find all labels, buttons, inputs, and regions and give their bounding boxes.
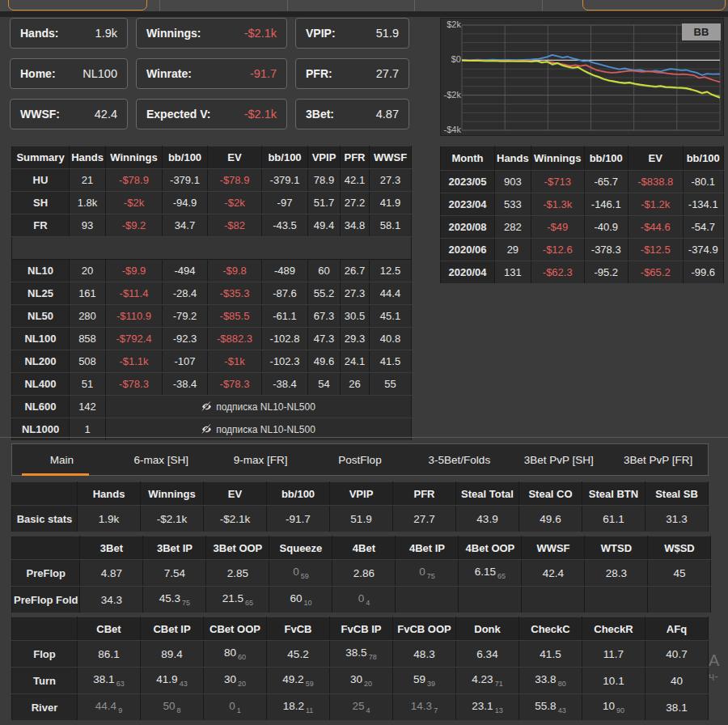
tab-3bet-pvp-fr[interactable]: 3Bet PvP [FR] xyxy=(608,444,708,475)
cell: -374.9 xyxy=(683,239,723,261)
stat-box-home[interactable]: Home:NL100 xyxy=(10,58,128,89)
details-section-table: CBetCBet IPCBet OOPFvCBFvCB IPFvCB OOPDo… xyxy=(11,617,709,721)
column-header: 4Bet xyxy=(332,536,396,560)
tab-9-max-fr[interactable]: 9-max [FR] xyxy=(211,444,311,475)
stat-box-wwsf[interactable]: WWSF:42.4 xyxy=(10,99,128,129)
row-label: NL10 xyxy=(12,260,70,282)
cell: 508 xyxy=(141,694,204,721)
column-header: Hands xyxy=(78,482,141,506)
cell: -$1.1k xyxy=(106,350,163,373)
cell: 47.3 xyxy=(308,328,341,350)
tab-6-max-sh[interactable]: 6-max [SH] xyxy=(112,444,211,475)
sample-size: 65 xyxy=(245,599,253,607)
tab-3-5bet-folds[interactable]: 3-5Bet/Folds xyxy=(409,444,509,475)
toolbar-pill-left[interactable]: '' '' xyxy=(8,0,147,11)
background-watermark: А ч- xyxy=(709,651,719,684)
subscription-note-text: подписка NL10-NL500 xyxy=(216,424,315,435)
sample-size: 39 xyxy=(427,680,435,688)
column-header: Winnings xyxy=(141,482,204,506)
stat-box-winrate[interactable]: Winrate:-91.7 xyxy=(136,58,287,89)
column-header: CheckC xyxy=(519,617,582,641)
row-label: River xyxy=(12,694,78,721)
stat-box-pfr[interactable]: PFR:27.7 xyxy=(295,58,409,89)
table-row: 2020/0629-$12.6-378.3-$12.5-374.9 xyxy=(441,239,724,261)
cell: -97 xyxy=(262,192,308,214)
stat-box-hands[interactable]: Hands:1.9k xyxy=(10,18,128,49)
subscription-note-text: подписка NL10-NL500 xyxy=(216,401,315,413)
tab-3bet-pvp-sh[interactable]: 3Bet PvP [SH] xyxy=(509,444,608,475)
bb-toggle-button[interactable]: BB xyxy=(682,23,721,40)
cell: 31.3 xyxy=(645,506,709,532)
sample-size: 59 xyxy=(301,572,309,580)
header-row: CBetCBet IPCBet OOPFvCBFvCB IPFvCB OOPDo… xyxy=(12,617,709,641)
column-header: bb/100 xyxy=(163,146,208,169)
column-header: CBet xyxy=(78,617,141,641)
sample-size: 71 xyxy=(495,680,503,688)
sample-size: 9 xyxy=(118,706,122,714)
cell: 41.5 xyxy=(370,350,412,373)
stat-label: WWSF: xyxy=(20,108,60,121)
table-row: 2020/04131-$62.3-95.2-$65.2-99.6 xyxy=(441,261,724,284)
toolbar-separator xyxy=(542,0,543,11)
cell: -$11.4 xyxy=(106,282,163,305)
stat-box-expectedv[interactable]: Expected V:-$2.1k xyxy=(136,99,287,129)
tab-postflop[interactable]: PostFlop xyxy=(311,444,410,475)
y-axis-tick: $0 xyxy=(442,54,461,64)
column-header xyxy=(12,536,80,560)
cell: 38.1 xyxy=(645,694,709,721)
sample-size: 75 xyxy=(182,599,190,607)
cell: 3020 xyxy=(204,668,267,694)
cell: 45 xyxy=(648,560,711,587)
cell: 282 xyxy=(495,216,531,239)
cell: 6010 xyxy=(269,587,332,613)
cell: 11.7 xyxy=(582,641,645,668)
cell: -134.1 xyxy=(683,193,723,216)
cell: 49.6 xyxy=(519,506,582,532)
column-header: WWSF xyxy=(522,536,585,560)
column-header: VPIP xyxy=(308,146,341,169)
cell xyxy=(396,587,459,613)
tab-main[interactable]: Main xyxy=(12,444,112,475)
cell: 280 xyxy=(70,305,106,328)
stat-box-winnings[interactable]: Winnings:-$2.1k xyxy=(136,18,287,49)
row-label: NL100 xyxy=(12,328,70,350)
stat-box-3bet[interactable]: 3Bet:4.87 xyxy=(295,99,409,129)
row-label: SH xyxy=(12,192,70,214)
cell: 508 xyxy=(70,350,106,373)
column-header: 4Bet OOP xyxy=(459,536,522,560)
column-header: Steal CO xyxy=(519,482,582,506)
cell: 41.5 xyxy=(519,641,582,668)
cell: -43.5 xyxy=(262,214,308,237)
month-table: MonthHandsWinningsbb/100EVbb/1002023/059… xyxy=(440,146,724,284)
cell: 33.880 xyxy=(519,668,582,694)
cell: 27.3 xyxy=(341,282,370,305)
cell: 40.8 xyxy=(370,328,412,350)
stat-label: Home: xyxy=(20,67,56,80)
cell: -$12.6 xyxy=(531,239,584,261)
toolbar-separator xyxy=(159,0,160,11)
cell: -99.6 xyxy=(683,261,723,284)
cell: 20 xyxy=(70,260,106,282)
cell: 18.211 xyxy=(267,694,330,721)
cell: -$44.6 xyxy=(628,216,683,239)
cell: 1.9k xyxy=(78,506,141,532)
stat-box-vpip[interactable]: VPIP:51.9 xyxy=(295,18,409,49)
stat-value: -$2.1k xyxy=(244,27,277,40)
toolbar-pill-right[interactable] xyxy=(582,0,726,11)
cell: 161 xyxy=(70,282,106,305)
column-header: EV xyxy=(628,146,683,171)
stat-label: Winnings: xyxy=(146,27,201,40)
cell: 55 xyxy=(370,373,412,396)
cell: 38.163 xyxy=(78,668,141,694)
column-header: PFR xyxy=(393,482,456,506)
eye-off-icon xyxy=(201,424,212,435)
column-header: W$SD xyxy=(648,536,711,560)
cell: 51.7 xyxy=(308,192,341,214)
summary-table: SummaryHandsWinningsbb/100EVbb/100VPIPPF… xyxy=(11,146,412,441)
cell: 131 xyxy=(495,261,531,284)
table-row: 2023/04533-$1.3k-146.1-$1.2k-134.1 xyxy=(441,193,724,216)
cell: -95.2 xyxy=(584,261,628,284)
cell: -40.9 xyxy=(584,216,628,239)
column-header: WTSD xyxy=(585,536,648,560)
cell: 86.1 xyxy=(78,641,141,668)
